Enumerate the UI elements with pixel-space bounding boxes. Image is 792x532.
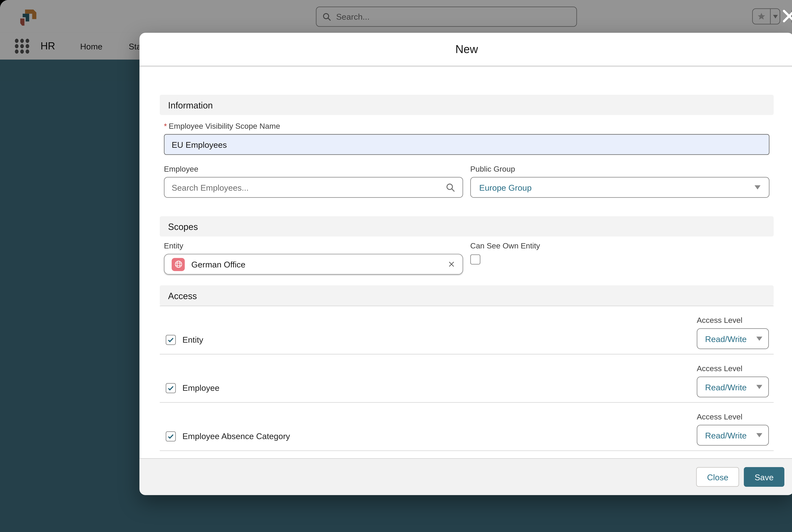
divider: [160, 451, 774, 451]
access-row: Employee Access Level Read/Write: [160, 355, 774, 402]
modal-footer: Close Save: [139, 458, 792, 495]
can-see-own-entity-label: Can See Own Entity: [470, 241, 770, 250]
modal-body: Information *Employee Visibility Scope N…: [139, 66, 792, 457]
search-icon: [446, 183, 455, 192]
entity-field: Entity German Office: [164, 241, 463, 275]
access-level-value: Read/Write: [705, 334, 756, 343]
access-level-value: Read/Write: [705, 382, 756, 392]
scope-name-label: Employee Visibility Scope Name: [169, 121, 280, 131]
save-button[interactable]: Save: [744, 467, 785, 487]
section-scopes: Scopes: [160, 216, 774, 236]
public-group-value: Europe Group: [479, 183, 754, 192]
employee-field: Employee Search Employees...: [164, 165, 463, 198]
entity-value: German Office: [191, 260, 441, 269]
remove-entity-icon[interactable]: [448, 260, 455, 268]
select-dropdown-icon: [756, 337, 762, 341]
access-row-checkbox[interactable]: [166, 383, 176, 393]
scope-name-label-row: *Employee Visibility Scope Name: [164, 120, 770, 131]
close-icon[interactable]: [781, 8, 792, 24]
select-dropdown-icon: [756, 433, 762, 437]
access-row: Entity Access Level Read/Write: [160, 306, 774, 354]
access-level-value: Read/Write: [705, 431, 756, 440]
access-rows: Entity Access Level Read/Write Employee …: [160, 306, 774, 451]
section-access: Access: [160, 285, 774, 306]
access-row-label: Entity: [182, 335, 203, 344]
access-level-select[interactable]: Read/Write: [697, 425, 769, 446]
entity-pill[interactable]: German Office: [164, 254, 463, 275]
public-group-field: Public Group Europe Group: [470, 165, 770, 198]
can-see-own-entity-field: Can See Own Entity: [470, 241, 770, 275]
close-button[interactable]: Close: [696, 467, 739, 487]
new-record-modal: New Information *Employee Visibility Sco…: [139, 33, 792, 495]
access-row-label: Employee: [182, 383, 220, 393]
employee-placeholder: Search Employees...: [172, 183, 446, 192]
entity-globe-icon: [172, 258, 185, 271]
stage: Search... ?: [0, 0, 792, 532]
access-level-select[interactable]: Read/Write: [697, 328, 769, 349]
access-row-label: Employee Absence Category: [182, 431, 290, 441]
can-see-own-entity-checkbox[interactable]: [470, 254, 480, 265]
required-asterisk: *: [164, 121, 167, 131]
modal-title: New: [455, 43, 478, 56]
access-level-label: Access Level: [697, 412, 769, 421]
employee-lookup-input[interactable]: Search Employees...: [164, 177, 463, 198]
entity-label: Entity: [164, 241, 463, 250]
access-level-label: Access Level: [697, 364, 769, 373]
select-dropdown-icon: [756, 385, 762, 389]
access-row-checkbox[interactable]: [166, 335, 176, 345]
employee-label: Employee: [164, 165, 463, 173]
access-level-label: Access Level: [697, 316, 769, 325]
public-group-select[interactable]: Europe Group: [470, 177, 770, 198]
scope-name-input[interactable]: EU Employees: [164, 134, 770, 155]
section-information: Information: [160, 95, 774, 115]
access-row: Employee Absence Category Access Level R…: [160, 403, 774, 451]
modal-header: New: [139, 33, 792, 66]
access-level-select[interactable]: Read/Write: [697, 377, 769, 397]
public-group-label: Public Group: [470, 165, 770, 173]
select-dropdown-icon: [755, 185, 761, 189]
scope-name-value: EU Employees: [172, 140, 227, 149]
access-row-checkbox[interactable]: [166, 431, 176, 441]
